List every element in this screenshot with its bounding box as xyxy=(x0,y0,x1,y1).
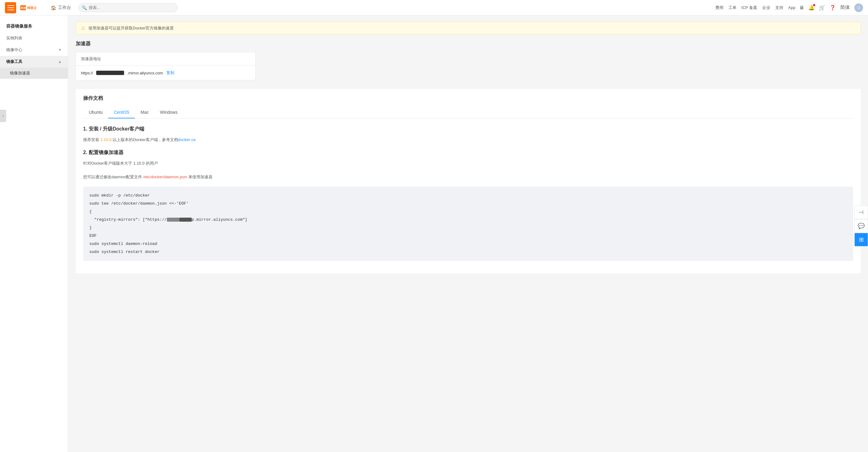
sidebar-item-mirror-tools[interactable]: 镜像工具 ▲ xyxy=(0,56,68,68)
accelerator-section-title: 加速器 xyxy=(76,41,861,47)
help-icon[interactable]: ❓ xyxy=(830,5,836,10)
avatar[interactable]: U xyxy=(854,3,863,12)
accelerator-box: 加速器地址 https:// .mirror.aliyuncs.com 复制 xyxy=(76,52,256,80)
step2-desc1: 针对Docker客户端版本大于 1.10.0 的用户 xyxy=(83,160,853,167)
step1-desc: 推荐安装 1.10.0 以上版本的Docker客户端，参考文档docker-ce xyxy=(83,136,853,143)
code-line-1: sudo mkdir -p /etc/docker xyxy=(89,192,847,200)
code-line-6: EOF xyxy=(89,232,847,240)
nav-link-cost[interactable]: 费用 xyxy=(715,5,723,10)
docs-section-title: 操作文档 xyxy=(83,95,853,102)
accelerator-banner: ⚠ 使用加速器可以提升获取Docker官方镜像的速度 xyxy=(76,22,861,34)
monitor-icon[interactable]: 🖥 xyxy=(799,5,804,10)
step2-desc2: 您可以通过修改daemon配置文件 /etc/docker/daemon.jso… xyxy=(83,173,853,181)
hamburger-menu[interactable] xyxy=(5,2,16,13)
docs-tabs: Ubuntu CentOS Mac Windows xyxy=(83,107,853,119)
code-line-5: } xyxy=(89,224,847,232)
chevron-up-icon: ▲ xyxy=(58,60,62,64)
sidebar: 容器镜像服务 实例列表 镜像中心 ▼ 镜像工具 ▲ 镜像加速器 ‹ xyxy=(0,15,68,452)
notification-dot xyxy=(813,4,815,6)
chat-icon: 💬 xyxy=(858,223,865,229)
nav-logo[interactable]: 阿里云 阿里云 xyxy=(20,3,45,12)
docs-section: 操作文档 Ubuntu CentOS Mac Windows 1. 安装 / 升… xyxy=(76,89,861,273)
sidebar-item-mirror-center-label: 镜像中心 xyxy=(6,47,22,53)
version-highlight: 1.10.0 xyxy=(100,137,112,142)
code-masked-1 xyxy=(167,218,179,222)
breadcrumb-label[interactable]: 工作台 xyxy=(58,5,71,10)
tab-ubuntu[interactable]: Ubuntu xyxy=(83,107,108,119)
sidebar-collapse-button[interactable]: ‹ xyxy=(0,110,6,122)
accelerator-box-header: 加速器地址 xyxy=(76,53,255,66)
sidebar-title: 容器镜像服务 xyxy=(0,19,68,32)
right-float-buttons: ⊣ 💬 ⊞ xyxy=(854,205,868,247)
search-icon: 🔍 xyxy=(82,5,87,10)
main-content: ⚠ 使用加速器可以提升获取Docker官方镜像的速度 加速器 加速器地址 htt… xyxy=(68,15,868,452)
copy-button[interactable]: 复制 xyxy=(166,70,174,76)
search-input[interactable] xyxy=(79,3,178,12)
svg-text:阿里云: 阿里云 xyxy=(27,6,37,10)
chevron-down-icon: ▼ xyxy=(58,48,62,52)
tab-centos[interactable]: CentOS xyxy=(108,107,135,119)
accelerator-url-masked xyxy=(96,71,124,75)
tab-windows[interactable]: Windows xyxy=(154,107,183,119)
sidebar-sub-item-accelerator-label: 镜像加速器 xyxy=(10,71,30,75)
tab-mac[interactable]: Mac xyxy=(135,107,154,119)
code-line-8: sudo systemctl restart docker xyxy=(89,248,847,256)
warning-icon: ⚠ xyxy=(81,25,85,31)
sidebar-item-mirror-center[interactable]: 镜像中心 ▼ xyxy=(0,44,68,56)
code-line-4: "registry-mirrors": ["https://p.mirror.a… xyxy=(89,216,847,224)
accelerator-value-row: https:// .mirror.aliyuncs.com 复制 xyxy=(76,66,255,80)
nav-search-container: 🔍 xyxy=(79,3,178,12)
daemon-json-link[interactable]: /etc/docker/daemon.json xyxy=(143,174,187,179)
banner-text: 使用加速器可以提升获取Docker官方镜像的速度 xyxy=(88,25,174,31)
cart-icon[interactable]: 🛒 xyxy=(819,5,825,10)
home-icon: 🏠 xyxy=(51,5,56,10)
sidebar-sub-item-accelerator[interactable]: 镜像加速器 xyxy=(0,68,68,79)
nav-link-ticket[interactable]: 工单 xyxy=(728,5,737,10)
code-line-7: sudo systemctl daemon-reload xyxy=(89,240,847,248)
float-chat-button[interactable]: 💬 xyxy=(854,219,868,233)
accelerator-url-prefix: https:// xyxy=(81,71,93,75)
code-line-2: sudo tee /etc/docker/daemon.json <<-'EOF… xyxy=(89,200,847,208)
nav-links: 费用 工单 ICP 备案 企业 支持 App xyxy=(715,5,796,10)
float-collapse-button[interactable]: ⊣ xyxy=(854,205,868,219)
nav-link-support[interactable]: 支持 xyxy=(775,5,783,10)
float-grid-button[interactable]: ⊞ xyxy=(854,233,868,247)
nav-link-icp[interactable]: ICP 备案 xyxy=(741,5,757,10)
code-line-3: { xyxy=(89,208,847,216)
sidebar-item-instance-label: 实例列表 xyxy=(6,35,22,41)
code-block: sudo mkdir -p /etc/docker sudo tee /etc/… xyxy=(83,187,853,261)
code-masked-2 xyxy=(179,218,192,222)
notification-icon[interactable]: 🔔 xyxy=(808,5,815,10)
collapse-icon: ⊣ xyxy=(859,209,864,216)
step2-title: 2. 配置镜像加速器 xyxy=(83,150,853,156)
nav-icons: 🖥 🔔 🛒 ❓ 简体 U xyxy=(799,3,863,12)
sidebar-item-instance-list[interactable]: 实例列表 xyxy=(0,32,68,44)
language-selector[interactable]: 简体 xyxy=(840,4,850,11)
docker-ce-link[interactable]: docker-ce xyxy=(178,137,196,142)
grid-icon: ⊞ xyxy=(859,236,864,243)
app-layout: 容器镜像服务 实例列表 镜像中心 ▼ 镜像工具 ▲ 镜像加速器 ‹ ⚠ 使用加速… xyxy=(0,15,868,452)
nav-breadcrumb: 🏠 工作台 xyxy=(51,5,71,10)
nav-link-app[interactable]: App xyxy=(788,5,796,10)
nav-link-enterprise[interactable]: 企业 xyxy=(762,5,770,10)
step1-title: 1. 安装 / 升级Docker客户端 xyxy=(83,126,853,132)
top-nav: 阿里云 阿里云 🏠 工作台 🔍 费用 工单 ICP 备案 企业 支持 App 🖥… xyxy=(0,0,868,15)
accelerator-url-suffix: .mirror.aliyuncs.com xyxy=(127,71,163,75)
sidebar-item-mirror-tools-label: 镜像工具 xyxy=(6,59,22,64)
